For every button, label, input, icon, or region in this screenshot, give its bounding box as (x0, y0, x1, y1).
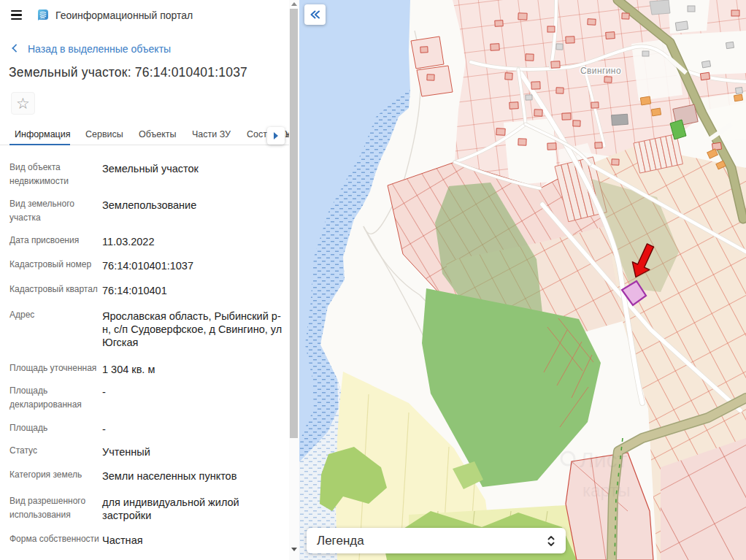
svg-text:Свингино: Свингино (580, 66, 621, 76)
svg-text:карты: карты (582, 480, 630, 500)
svg-text:Лист: Лист (580, 448, 627, 472)
